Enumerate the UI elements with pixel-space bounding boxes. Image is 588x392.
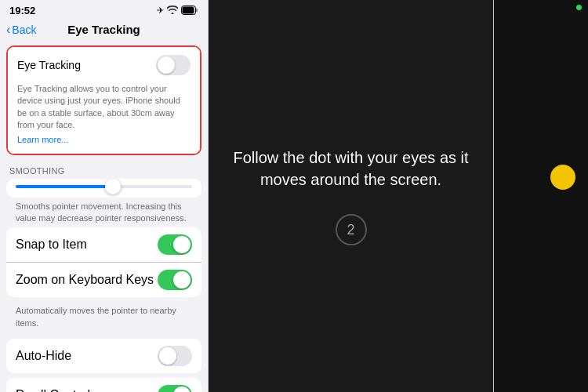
tracking-yellow-dot — [550, 165, 575, 190]
snap-to-item-label: Snap to Item — [16, 238, 87, 252]
smoothing-header: SMOOTHING — [0, 160, 208, 179]
step-indicator: 2 — [336, 214, 367, 245]
right-section: Follow the dot with your eyes as it move… — [209, 0, 588, 392]
chevron-left-icon: ‹ — [6, 23, 10, 37]
auto-hide-card: Auto-Hide — [6, 339, 201, 373]
green-indicator-dot — [576, 5, 582, 10]
settings-panel: 19:52 ✈ ‹ Back Eye Tracking — [0, 0, 208, 392]
tracking-instruction: Follow the dot with your eyes as it move… — [209, 147, 493, 191]
eye-tracking-description: Eye Tracking allows you to control your … — [17, 83, 191, 132]
zoom-keyboard-toggle[interactable] — [158, 270, 192, 290]
back-label: Back — [12, 24, 36, 36]
svg-rect-1 — [183, 6, 194, 13]
auto-hide-label: Auto-Hide — [16, 349, 71, 363]
slider-thumb[interactable] — [105, 179, 121, 194]
auto-hide-toggle[interactable] — [158, 346, 192, 366]
snap-to-item-toggle[interactable] — [158, 234, 192, 255]
auto-hide-row: Auto-Hide — [6, 339, 201, 373]
wifi-icon — [167, 5, 178, 16]
eye-tracking-section: Eye Tracking Eye Tracking allows you to … — [6, 45, 201, 155]
zoom-keyboard-label: Zoom on Keyboard Keys — [16, 273, 154, 287]
dwell-control-label: Dwell Control — [16, 388, 90, 392]
status-time: 19:52 — [9, 5, 35, 16]
zoom-desc: Automatically moves the pointer to nearb… — [6, 302, 201, 336]
battery-icon — [181, 5, 198, 16]
status-bar: 19:52 ✈ — [0, 0, 208, 20]
eye-tracking-toggle[interactable] — [156, 55, 191, 75]
eye-tracking-row: Eye Tracking — [8, 47, 200, 83]
smoothing-slider-track[interactable] — [16, 185, 192, 188]
eye-tracking-label: Eye Tracking — [17, 59, 81, 71]
snap-to-item-row: Snap to Item — [6, 227, 201, 263]
svg-rect-2 — [196, 8, 198, 12]
dot-panel — [494, 0, 588, 392]
settings-content: Eye Tracking Eye Tracking allows you to … — [0, 41, 208, 392]
nav-bar: ‹ Back Eye Tracking — [0, 20, 208, 41]
slider-fill — [16, 185, 113, 188]
status-icons: ✈ — [157, 5, 198, 16]
airplane-icon: ✈ — [157, 5, 164, 16]
smoothing-desc: Smooths pointer movement. Increasing thi… — [6, 199, 201, 228]
eye-tracking-desc: Eye Tracking allows you to control your … — [8, 83, 200, 154]
snap-zoom-card: Snap to Item Zoom on Keyboard Keys — [6, 227, 201, 297]
dwell-control-row: Dwell Control — [6, 378, 201, 392]
smoothing-slider-card — [6, 179, 201, 198]
learn-more-link[interactable]: Learn more... — [17, 135, 68, 144]
nav-title: Eye Tracking — [67, 23, 140, 36]
back-button[interactable]: ‹ Back — [6, 23, 36, 37]
dwell-control-toggle[interactable] — [158, 385, 192, 392]
dwell-control-card: Dwell Control — [6, 378, 201, 392]
zoom-keyboard-row: Zoom on Keyboard Keys — [6, 263, 201, 297]
tracking-panel: Follow the dot with your eyes as it move… — [209, 0, 493, 392]
